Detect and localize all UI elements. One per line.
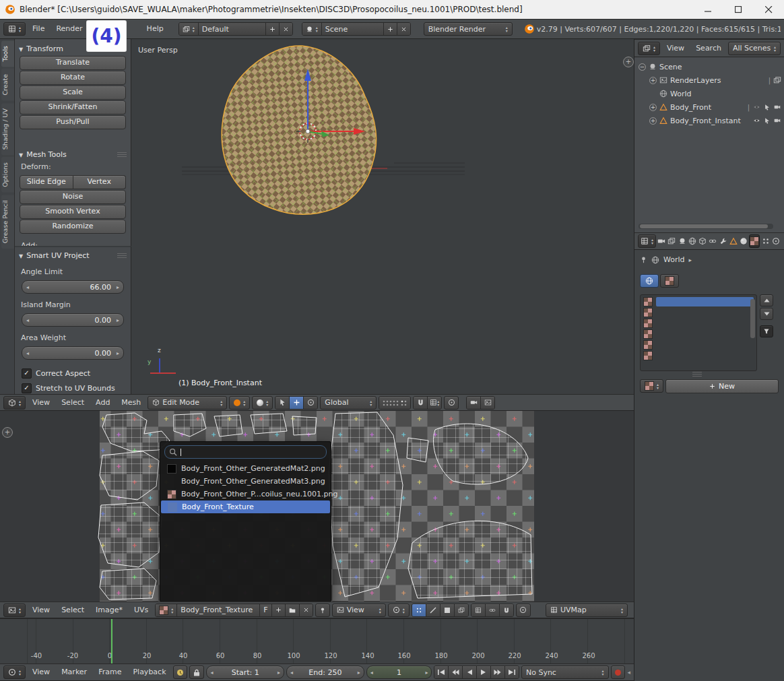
- uvmap-selector[interactable]: UVMap: [546, 604, 628, 617]
- uv-pivot-selector[interactable]: [388, 604, 410, 617]
- dropdown-search-field[interactable]: [164, 445, 327, 459]
- image-pin-icon[interactable]: [315, 604, 330, 617]
- preview-range-icon[interactable]: [173, 666, 188, 679]
- minimize-button[interactable]: [693, 0, 723, 19]
- menu-view[interactable]: View: [28, 604, 55, 617]
- timeline-ruler[interactable]: -40 -20 0 20 40 60 80 100 120 140 160 18…: [0, 618, 634, 664]
- dropdown-item-generatedmat2[interactable]: Body_Front_Other_GeneratedMat2.png: [160, 462, 331, 475]
- display-channel-selector[interactable]: View: [332, 604, 386, 617]
- list-resize-grip[interactable]: [692, 372, 702, 377]
- noise-button[interactable]: Noise: [20, 190, 126, 204]
- menu-select[interactable]: Select: [57, 604, 89, 617]
- dropdown-item-prosopocoilus[interactable]: Body_Front_Other_P...coilus_neu.1001.png: [160, 488, 331, 500]
- sticky-select-icon[interactable]: [471, 604, 486, 616]
- outliner-item-label[interactable]: Scene: [659, 63, 682, 71]
- area-weight-slider[interactable]: 0.00: [22, 346, 124, 360]
- layout-browse-button[interactable]: [179, 23, 199, 35]
- region-expand-icon[interactable]: [623, 57, 634, 67]
- screen-layout-selector[interactable]: Default: [178, 22, 293, 36]
- open-image-button[interactable]: [286, 604, 300, 616]
- uv-face-select-icon[interactable]: [440, 604, 455, 616]
- timeline-editor-type-button[interactable]: [3, 666, 26, 679]
- live-unwrap-icon[interactable]: [486, 604, 500, 616]
- translate-button[interactable]: Translate: [20, 56, 126, 70]
- tab-renderlayers-icon[interactable]: [667, 234, 676, 248]
- viewport-shading-selector[interactable]: [252, 396, 273, 410]
- outliner-filter-selector[interactable]: All Scenes: [728, 42, 781, 55]
- outliner-row-scene[interactable]: Scene: [634, 60, 784, 73]
- snap-uv-icon[interactable]: [500, 604, 513, 616]
- correct-aspect-row[interactable]: Correct Aspect: [22, 368, 124, 379]
- renderable-camera-icon[interactable]: [773, 117, 781, 124]
- menu-view[interactable]: View: [28, 666, 55, 679]
- visibility-eye-icon[interactable]: [752, 104, 761, 110]
- tab-options[interactable]: Options: [1, 157, 14, 193]
- snap-magnet-icon[interactable]: [414, 397, 428, 409]
- outliner-row-body-front[interactable]: Body_Front |: [634, 100, 784, 114]
- properties-editor-type-button[interactable]: [638, 234, 656, 248]
- tab-material-icon[interactable]: [739, 234, 748, 248]
- new-image-button[interactable]: [272, 604, 286, 616]
- render-engine-selector[interactable]: Blender Render: [424, 22, 513, 36]
- world-texture-toggle[interactable]: [640, 274, 659, 288]
- uv-editor-type-button[interactable]: [3, 604, 26, 617]
- tab-shading-uv[interactable]: Shading / UV: [1, 103, 14, 155]
- record-button[interactable]: [611, 666, 626, 679]
- texture-slot-row[interactable]: [641, 318, 756, 329]
- current-frame-field[interactable]: 1: [366, 666, 432, 679]
- scene-name[interactable]: Scene: [322, 23, 384, 35]
- opengl-render-icon[interactable]: [467, 397, 481, 409]
- header-scroll-arrow-icon[interactable]: ◂: [627, 669, 630, 676]
- outliner-row-renderlayers[interactable]: RenderLayers |: [634, 73, 784, 87]
- menu-frame[interactable]: Frame: [94, 666, 126, 679]
- texture-slot-row[interactable]: [641, 350, 756, 361]
- stretch-uv-row[interactable]: Stretch to UV Bounds: [22, 383, 124, 393]
- randomize-button[interactable]: Randomize: [20, 220, 126, 234]
- slide-edge-button[interactable]: Slide Edge: [20, 175, 73, 189]
- uv-island-select-icon[interactable]: [455, 604, 468, 616]
- fake-user-button[interactable]: F: [260, 604, 271, 616]
- outliner-row-body-front-instant[interactable]: Body_Front_Instant: [634, 114, 784, 127]
- smooth-vertex-button[interactable]: Smooth Vertex: [20, 205, 126, 219]
- scene-browse-button[interactable]: [302, 23, 322, 35]
- current-frame-indicator[interactable]: [111, 619, 112, 664]
- renderable-icon[interactable]: [773, 76, 781, 84]
- menu-select[interactable]: Select: [57, 396, 89, 410]
- island-margin-slider[interactable]: 0.00: [22, 313, 124, 327]
- proportional-edit-icon[interactable]: [444, 396, 459, 410]
- region-expand-icon[interactable]: [2, 427, 13, 438]
- frame-end-field[interactable]: End: 250: [286, 666, 364, 679]
- scene-delete-button[interactable]: [397, 23, 410, 35]
- layout-add-button[interactable]: [266, 23, 280, 35]
- menu-view[interactable]: View: [662, 42, 689, 55]
- slot-move-up-button[interactable]: [760, 294, 773, 306]
- texture-slot-row[interactable]: [641, 329, 756, 339]
- outliner-item-label[interactable]: Body_Front_Instant: [670, 117, 741, 125]
- tab-texture-icon[interactable]: [749, 234, 760, 248]
- texture-slot-row-selected[interactable]: [641, 296, 756, 307]
- uv-vertex-select-icon[interactable]: [412, 604, 426, 616]
- image-browse-button[interactable]: [156, 604, 177, 616]
- menu-file[interactable]: File: [28, 22, 49, 36]
- tab-scene-icon[interactable]: [678, 234, 687, 248]
- menu-render[interactable]: Render: [51, 22, 87, 36]
- stretch-uv-checkbox[interactable]: [22, 383, 32, 393]
- play-reverse-button[interactable]: [463, 666, 477, 678]
- correct-aspect-checkbox[interactable]: [22, 368, 32, 379]
- vertex-slide-button[interactable]: Vertex: [73, 175, 127, 189]
- menu-help[interactable]: Help: [142, 22, 168, 36]
- selectable-pointer-icon[interactable]: [764, 117, 771, 125]
- lock-frame-icon[interactable]: [189, 666, 204, 679]
- other-texture-toggle[interactable]: [660, 274, 679, 288]
- tab-render-icon[interactable]: [657, 234, 666, 248]
- opengl-render-anim-icon[interactable]: [481, 397, 494, 409]
- frame-start-field[interactable]: Start: 1: [206, 666, 284, 679]
- push-pull-button[interactable]: Push/Pull: [20, 115, 126, 129]
- scrollbar-thumb[interactable]: [640, 224, 768, 228]
- menu-mesh[interactable]: Mesh: [117, 396, 145, 410]
- manipulator-handle-icon[interactable]: [275, 397, 290, 409]
- tab-constraints-icon[interactable]: [708, 234, 717, 248]
- breadcrumb-label[interactable]: World: [663, 255, 685, 264]
- layer-widget[interactable]: [379, 396, 411, 410]
- uv-proportional-edit-icon[interactable]: [516, 604, 531, 617]
